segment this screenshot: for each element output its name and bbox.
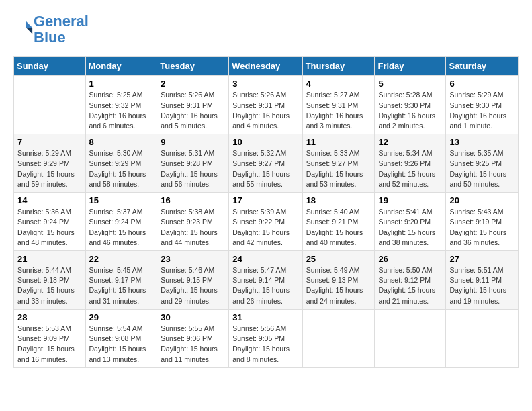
day-number: 28 <box>17 312 82 322</box>
day-number: 15 <box>89 195 154 205</box>
day-number: 11 <box>306 137 371 147</box>
header-row: SundayMondayTuesdayWednesdayThursdayFrid… <box>14 57 519 76</box>
day-number: 1 <box>89 79 154 89</box>
day-info: Sunrise: 5:27 AMSunset: 9:31 PMDaylight:… <box>306 90 371 131</box>
day-info: Sunrise: 5:45 AMSunset: 9:17 PMDaylight:… <box>89 265 154 306</box>
day-info: Sunrise: 5:47 AMSunset: 9:14 PMDaylight:… <box>232 265 298 306</box>
day-info: Sunrise: 5:55 AMSunset: 9:06 PMDaylight:… <box>161 324 225 365</box>
day-info: Sunrise: 5:29 AMSunset: 9:30 PMDaylight:… <box>449 90 515 131</box>
day-info: Sunrise: 5:35 AMSunset: 9:25 PMDaylight:… <box>449 148 515 189</box>
day-info: Sunrise: 5:28 AMSunset: 9:30 PMDaylight:… <box>378 90 442 131</box>
day-cell: 29Sunrise: 5:54 AMSunset: 9:08 PMDayligh… <box>85 309 157 367</box>
day-info: Sunrise: 5:56 AMSunset: 9:05 PMDaylight:… <box>232 324 298 365</box>
day-cell: 4Sunrise: 5:27 AMSunset: 9:31 PMDaylight… <box>302 76 375 134</box>
day-cell: 28Sunrise: 5:53 AMSunset: 9:09 PMDayligh… <box>14 309 86 367</box>
day-number: 31 <box>232 312 298 322</box>
svg-marker-0 <box>26 21 32 28</box>
day-cell: 11Sunrise: 5:33 AMSunset: 9:27 PMDayligh… <box>302 134 375 193</box>
day-cell: 8Sunrise: 5:30 AMSunset: 9:29 PMDaylight… <box>85 134 157 193</box>
col-header-monday: Monday <box>85 57 157 76</box>
logo: General Blue <box>13 13 89 46</box>
logo-text-blue: Blue <box>34 30 89 46</box>
page-header: General Blue <box>13 13 519 46</box>
day-info: Sunrise: 5:54 AMSunset: 9:08 PMDaylight:… <box>89 324 154 365</box>
day-cell: 19Sunrise: 5:41 AMSunset: 9:20 PMDayligh… <box>375 193 446 251</box>
day-number: 21 <box>17 254 82 264</box>
day-number: 10 <box>232 137 298 147</box>
day-number: 20 <box>449 195 515 205</box>
day-cell: 21Sunrise: 5:44 AMSunset: 9:18 PMDayligh… <box>14 251 86 310</box>
day-number: 22 <box>89 254 154 264</box>
day-number: 2 <box>161 79 225 89</box>
day-info: Sunrise: 5:29 AMSunset: 9:29 PMDaylight:… <box>17 148 82 189</box>
week-row-1: 1Sunrise: 5:25 AMSunset: 9:32 PMDaylight… <box>14 76 519 134</box>
day-number: 29 <box>89 312 154 322</box>
day-number: 4 <box>306 79 371 89</box>
week-row-5: 28Sunrise: 5:53 AMSunset: 9:09 PMDayligh… <box>14 309 519 367</box>
day-info: Sunrise: 5:50 AMSunset: 9:12 PMDaylight:… <box>378 265 442 306</box>
col-header-friday: Friday <box>375 57 446 76</box>
day-info: Sunrise: 5:26 AMSunset: 9:31 PMDaylight:… <box>232 90 298 131</box>
day-cell: 14Sunrise: 5:36 AMSunset: 9:24 PMDayligh… <box>14 193 86 251</box>
day-number: 5 <box>378 79 442 89</box>
day-cell <box>302 309 375 367</box>
day-info: Sunrise: 5:37 AMSunset: 9:24 PMDaylight:… <box>89 207 154 248</box>
logo-icon <box>15 19 34 38</box>
col-header-thursday: Thursday <box>302 57 375 76</box>
calendar-table: SundayMondayTuesdayWednesdayThursdayFrid… <box>13 56 519 367</box>
day-cell: 26Sunrise: 5:50 AMSunset: 9:12 PMDayligh… <box>375 251 446 310</box>
day-number: 14 <box>17 195 82 205</box>
day-number: 9 <box>161 137 225 147</box>
day-cell: 3Sunrise: 5:26 AMSunset: 9:31 PMDaylight… <box>229 76 302 134</box>
day-number: 16 <box>161 195 225 205</box>
day-cell: 10Sunrise: 5:32 AMSunset: 9:27 PMDayligh… <box>229 134 302 193</box>
day-cell: 16Sunrise: 5:38 AMSunset: 9:23 PMDayligh… <box>157 193 229 251</box>
day-info: Sunrise: 5:44 AMSunset: 9:18 PMDaylight:… <box>17 265 82 306</box>
day-info: Sunrise: 5:32 AMSunset: 9:27 PMDaylight:… <box>232 148 298 189</box>
day-cell: 27Sunrise: 5:51 AMSunset: 9:11 PMDayligh… <box>446 251 519 310</box>
day-cell <box>446 309 519 367</box>
day-info: Sunrise: 5:30 AMSunset: 9:29 PMDaylight:… <box>89 148 154 189</box>
day-cell: 5Sunrise: 5:28 AMSunset: 9:30 PMDaylight… <box>375 76 446 134</box>
day-number: 18 <box>306 195 371 205</box>
day-info: Sunrise: 5:34 AMSunset: 9:26 PMDaylight:… <box>378 148 442 189</box>
day-info: Sunrise: 5:38 AMSunset: 9:23 PMDaylight:… <box>161 207 225 248</box>
day-cell <box>375 309 446 367</box>
day-cell: 25Sunrise: 5:49 AMSunset: 9:13 PMDayligh… <box>302 251 375 310</box>
day-cell: 12Sunrise: 5:34 AMSunset: 9:26 PMDayligh… <box>375 134 446 193</box>
day-info: Sunrise: 5:33 AMSunset: 9:27 PMDaylight:… <box>306 148 371 189</box>
day-number: 23 <box>161 254 225 264</box>
day-info: Sunrise: 5:46 AMSunset: 9:15 PMDaylight:… <box>161 265 225 306</box>
week-row-2: 7Sunrise: 5:29 AMSunset: 9:29 PMDaylight… <box>14 134 519 193</box>
day-number: 6 <box>449 79 515 89</box>
day-cell <box>14 76 86 134</box>
day-number: 8 <box>89 137 154 147</box>
day-cell: 31Sunrise: 5:56 AMSunset: 9:05 PMDayligh… <box>229 309 302 367</box>
week-row-3: 14Sunrise: 5:36 AMSunset: 9:24 PMDayligh… <box>14 193 519 251</box>
day-info: Sunrise: 5:53 AMSunset: 9:09 PMDaylight:… <box>17 324 82 365</box>
day-cell: 7Sunrise: 5:29 AMSunset: 9:29 PMDaylight… <box>14 134 86 193</box>
day-number: 30 <box>161 312 225 322</box>
day-info: Sunrise: 5:39 AMSunset: 9:22 PMDaylight:… <box>232 207 298 248</box>
day-cell: 17Sunrise: 5:39 AMSunset: 9:22 PMDayligh… <box>229 193 302 251</box>
day-info: Sunrise: 5:43 AMSunset: 9:19 PMDaylight:… <box>449 207 515 248</box>
day-cell: 2Sunrise: 5:26 AMSunset: 9:31 PMDaylight… <box>157 76 229 134</box>
day-cell: 30Sunrise: 5:55 AMSunset: 9:06 PMDayligh… <box>157 309 229 367</box>
day-cell: 13Sunrise: 5:35 AMSunset: 9:25 PMDayligh… <box>446 134 519 193</box>
day-info: Sunrise: 5:25 AMSunset: 9:32 PMDaylight:… <box>89 90 154 131</box>
day-info: Sunrise: 5:36 AMSunset: 9:24 PMDaylight:… <box>17 207 82 248</box>
day-info: Sunrise: 5:41 AMSunset: 9:20 PMDaylight:… <box>378 207 442 248</box>
col-header-saturday: Saturday <box>446 57 519 76</box>
day-info: Sunrise: 5:51 AMSunset: 9:11 PMDaylight:… <box>449 265 515 306</box>
day-number: 12 <box>378 137 442 147</box>
day-cell: 9Sunrise: 5:31 AMSunset: 9:28 PMDaylight… <box>157 134 229 193</box>
day-number: 27 <box>449 254 515 264</box>
day-info: Sunrise: 5:40 AMSunset: 9:21 PMDaylight:… <box>306 207 371 248</box>
day-number: 17 <box>232 195 298 205</box>
week-row-4: 21Sunrise: 5:44 AMSunset: 9:18 PMDayligh… <box>14 251 519 310</box>
day-cell: 22Sunrise: 5:45 AMSunset: 9:17 PMDayligh… <box>85 251 157 310</box>
day-cell: 20Sunrise: 5:43 AMSunset: 9:19 PMDayligh… <box>446 193 519 251</box>
day-number: 26 <box>378 254 442 264</box>
day-cell: 18Sunrise: 5:40 AMSunset: 9:21 PMDayligh… <box>302 193 375 251</box>
day-info: Sunrise: 5:31 AMSunset: 9:28 PMDaylight:… <box>161 148 225 189</box>
